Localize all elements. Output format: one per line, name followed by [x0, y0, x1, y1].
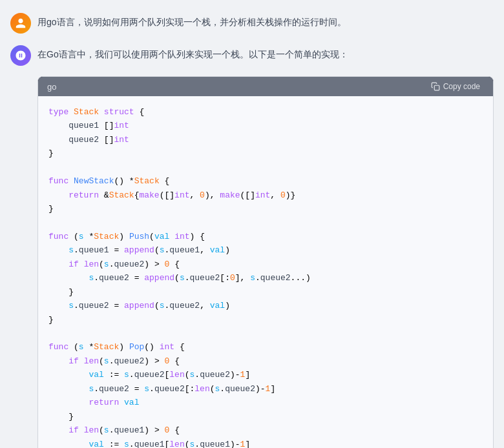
ai-message-text: 在Go语言中，我们可以使用两个队列来实现一个栈。以下是一个简单的实现： — [37, 44, 494, 61]
code-line-25: val := s.queue1[len(s.queue1)-1] — [48, 438, 483, 449]
copy-code-button[interactable]: Copy code — [427, 81, 484, 92]
code-block-wrapper: go Copy code type Stack struct { queue1 … — [37, 76, 494, 448]
code-line-2: queue1 []int — [48, 119, 483, 132]
copy-code-label: Copy code — [443, 82, 480, 91]
code-line-14: } — [48, 285, 483, 299]
code-line-12: if len(s.queue2) > 0 { — [48, 258, 483, 271]
page-container: 用go语言，说明如何用两个队列实现一个栈，并分析相关栈操作的运行时间。 在Go语… — [0, 0, 504, 448]
code-line-20: val := s.queue2[len(s.queue2)-1] — [48, 368, 483, 382]
code-line-23: } — [48, 410, 483, 423]
code-block-header: go Copy code — [38, 77, 493, 96]
code-line-18: func (s *Stack) Pop() int { — [48, 340, 483, 354]
code-line-3: queue2 []int — [48, 133, 483, 147]
code-line-7: return &Stack{make([]int, 0), make([]int… — [48, 188, 483, 202]
code-line-22: return val — [48, 396, 483, 409]
code-line-4: } — [48, 147, 483, 160]
code-line-6: func NewStack() *Stack { — [48, 174, 483, 188]
user-avatar — [10, 13, 31, 34]
code-line-10: func (s *Stack) Push(val int) { — [48, 230, 483, 243]
code-line-11: s.queue1 = append(s.queue1, val) — [48, 243, 483, 257]
code-line-24: if len(s.queue1) > 0 { — [48, 423, 483, 437]
ai-message-row: 在Go语言中，我们可以使用两个队列来实现一个栈。以下是一个简单的实现： — [0, 39, 504, 71]
code-line-16: } — [48, 313, 483, 327]
code-area: type Stack struct { queue1 []int queue2 … — [38, 96, 493, 448]
code-line-21: s.queue2 = s.queue2[:len(s.queue2)-1] — [48, 382, 483, 396]
code-line-5 — [48, 161, 483, 174]
user-message-text: 用go语言，说明如何用两个队列实现一个栈，并分析相关栈操作的运行时间。 — [37, 12, 494, 29]
code-line-9 — [48, 216, 483, 230]
code-line-15: s.queue2 = append(s.queue2, val) — [48, 299, 483, 312]
code-language-label: go — [47, 82, 56, 92]
code-line-17 — [48, 327, 483, 340]
code-line-1: type Stack struct { — [48, 105, 483, 119]
code-line-8: } — [48, 202, 483, 216]
user-message-row: 用go语言，说明如何用两个队列实现一个栈，并分析相关栈操作的运行时间。 — [0, 6, 504, 39]
code-line-19: if len(s.queue2) > 0 { — [48, 354, 483, 368]
code-line-13: s.queue2 = append(s.queue2[:0], s.queue2… — [48, 271, 483, 285]
ai-avatar — [10, 45, 31, 66]
svg-rect-0 — [434, 85, 439, 90]
